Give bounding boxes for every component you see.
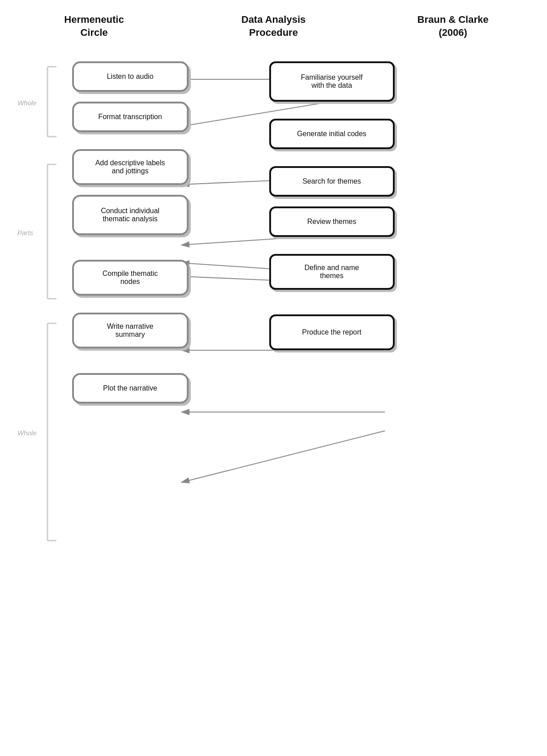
plot-narrative-item: Plot the narrative xyxy=(72,373,189,404)
generate-codes-box: Generate initial codes xyxy=(269,119,395,149)
header-col2-line2: Procedure xyxy=(249,27,298,38)
familiarise-label: Familiarise yourselfwith the data xyxy=(301,73,363,90)
svg-text:Whole: Whole xyxy=(17,429,37,437)
header-row: Hermeneutic Circle Data Analysis Procedu… xyxy=(9,13,538,39)
compile-thematic-item: Compile thematicnodes xyxy=(72,260,189,296)
listen-audio-box: Listen to audio xyxy=(72,61,189,92)
search-themes-label: Search for themes xyxy=(302,177,361,185)
produce-report-box: Produce the report xyxy=(269,314,395,350)
listen-audio-item: Listen to audio xyxy=(72,61,189,92)
page-container: Hermeneutic Circle Data Analysis Procedu… xyxy=(0,0,547,756)
conduct-thematic-label: Conduct individualthematic analysis xyxy=(101,207,159,223)
define-themes-item: Define and namethemes xyxy=(269,254,395,290)
header-col2: Data Analysis Procedure xyxy=(207,13,341,39)
write-narrative-box: Write narrativesummary xyxy=(72,313,189,348)
write-narrative-item: Write narrativesummary xyxy=(72,313,189,348)
compile-thematic-label: Compile thematicnodes xyxy=(103,270,158,286)
header-col3-line1: Braun & Clarke xyxy=(418,14,489,25)
review-themes-item: Review themes xyxy=(269,206,395,237)
plot-narrative-label: Plot the narrative xyxy=(103,384,157,392)
header-col2-line1: Data Analysis xyxy=(241,14,306,25)
format-transcription-box: Format transcription xyxy=(72,102,189,132)
produce-report-item: Produce the report xyxy=(269,314,395,350)
add-descriptive-box: Add descriptive labelsand jottings xyxy=(72,149,189,185)
header-col1: Hermeneutic Circle xyxy=(27,13,161,39)
add-descriptive-item: Add descriptive labelsand jottings xyxy=(72,149,189,185)
write-narrative-label: Write narrativesummary xyxy=(107,322,154,339)
generate-codes-label: Generate initial codes xyxy=(297,130,366,138)
generate-codes-item: Generate initial codes xyxy=(269,119,395,149)
produce-report-label: Produce the report xyxy=(302,328,362,336)
review-themes-box: Review themes xyxy=(269,206,395,237)
header-col1-line1: Hermeneutic xyxy=(64,14,124,25)
header-col3-line2: (2006) xyxy=(439,27,467,38)
familiarise-box: Familiarise yourselfwith the data xyxy=(269,61,395,102)
svg-line-22 xyxy=(181,431,385,482)
center-column: Listen to audio Format transcription Add… xyxy=(63,57,198,404)
search-themes-item: Search for themes xyxy=(269,166,395,197)
svg-text:Parts: Parts xyxy=(17,229,34,236)
header-col3: Braun & Clarke (2006) xyxy=(386,13,520,39)
right-column: Familiarise yourselfwith the data Genera… xyxy=(260,57,404,350)
plot-narrative-box: Plot the narrative xyxy=(72,373,189,404)
add-descriptive-label: Add descriptive labelsand jottings xyxy=(95,159,165,175)
compile-thematic-box: Compile thematicnodes xyxy=(72,260,189,296)
define-themes-box: Define and namethemes xyxy=(269,254,395,290)
conduct-thematic-box: Conduct individualthematic analysis xyxy=(72,195,189,235)
review-themes-label: Review themes xyxy=(307,218,356,226)
define-themes-label: Define and namethemes xyxy=(305,264,359,280)
familiarise-item: Familiarise yourselfwith the data xyxy=(269,61,395,102)
listen-audio-label: Listen to audio xyxy=(107,73,153,81)
conduct-thematic-item: Conduct individualthematic analysis xyxy=(72,195,189,235)
format-transcription-label: Format transcription xyxy=(98,113,162,121)
format-transcription-item: Format transcription xyxy=(72,102,189,132)
header-col1-line2: Circle xyxy=(80,27,108,38)
search-themes-box: Search for themes xyxy=(269,166,395,197)
svg-text:Whole: Whole xyxy=(17,99,37,107)
